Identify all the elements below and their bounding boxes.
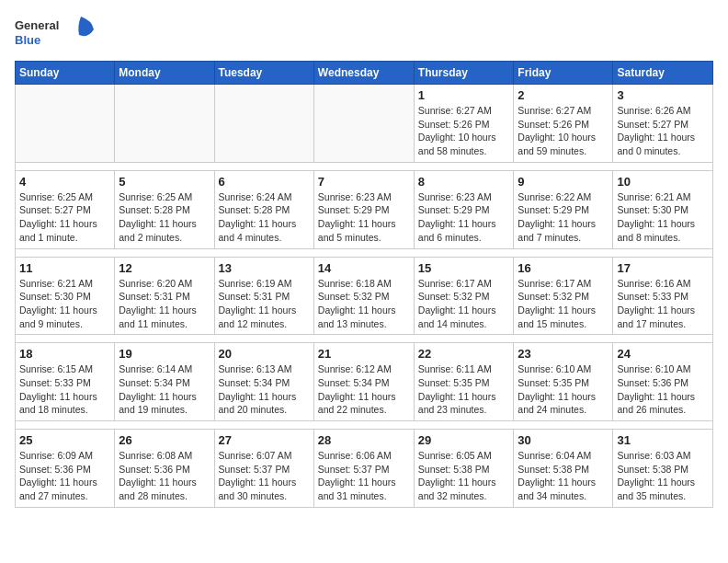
logo: General Blue bbox=[15, 15, 97, 52]
svg-text:Blue: Blue bbox=[15, 33, 40, 47]
day-number: 11 bbox=[19, 261, 110, 275]
calendar-cell: 24Sunrise: 6:10 AMSunset: 5:36 PMDayligh… bbox=[613, 343, 713, 421]
day-number: 18 bbox=[19, 347, 110, 361]
calendar-cell: 15Sunrise: 6:17 AMSunset: 5:32 PMDayligh… bbox=[414, 257, 514, 335]
day-number: 4 bbox=[19, 175, 110, 189]
calendar-cell: 5Sunrise: 6:25 AMSunset: 5:28 PMDaylight… bbox=[115, 170, 214, 248]
weekday-header-friday: Friday bbox=[514, 62, 613, 85]
svg-text:General: General bbox=[15, 18, 59, 32]
calendar-week-4: 18Sunrise: 6:15 AMSunset: 5:33 PMDayligh… bbox=[16, 343, 713, 421]
day-number: 16 bbox=[518, 261, 609, 275]
day-number: 1 bbox=[418, 88, 510, 102]
day-info: Sunrise: 6:18 AMSunset: 5:32 PMDaylight:… bbox=[318, 277, 410, 331]
day-number: 31 bbox=[617, 433, 709, 447]
calendar-cell: 8Sunrise: 6:23 AMSunset: 5:29 PMDaylight… bbox=[414, 170, 514, 248]
day-info: Sunrise: 6:12 AMSunset: 5:34 PMDaylight:… bbox=[318, 362, 410, 417]
calendar-week-2: 4Sunrise: 6:25 AMSunset: 5:27 PMDaylight… bbox=[16, 170, 713, 248]
calendar-cell: 26Sunrise: 6:08 AMSunset: 5:36 PMDayligh… bbox=[115, 430, 214, 508]
calendar-cell: 13Sunrise: 6:19 AMSunset: 5:31 PMDayligh… bbox=[214, 257, 313, 335]
day-info: Sunrise: 6:15 AMSunset: 5:33 PMDaylight:… bbox=[19, 362, 110, 417]
weekday-header-tuesday: Tuesday bbox=[214, 62, 313, 85]
day-number: 28 bbox=[318, 433, 410, 447]
day-number: 24 bbox=[617, 347, 709, 361]
calendar-cell: 4Sunrise: 6:25 AMSunset: 5:27 PMDaylight… bbox=[16, 170, 115, 248]
weekday-header-monday: Monday bbox=[115, 62, 214, 85]
calendar-cell: 10Sunrise: 6:21 AMSunset: 5:30 PMDayligh… bbox=[613, 170, 713, 248]
calendar-cell: 29Sunrise: 6:05 AMSunset: 5:38 PMDayligh… bbox=[414, 430, 514, 508]
day-number: 21 bbox=[318, 347, 410, 361]
day-info: Sunrise: 6:03 AMSunset: 5:38 PMDaylight:… bbox=[617, 449, 709, 503]
day-number: 30 bbox=[518, 433, 609, 447]
day-number: 15 bbox=[418, 261, 510, 275]
day-number: 14 bbox=[318, 261, 410, 275]
calendar-week-3: 11Sunrise: 6:21 AMSunset: 5:30 PMDayligh… bbox=[16, 257, 713, 335]
day-number: 6 bbox=[219, 175, 310, 189]
weekday-header-sunday: Sunday bbox=[16, 62, 115, 85]
weekday-header-thursday: Thursday bbox=[414, 62, 514, 85]
day-number: 13 bbox=[219, 261, 310, 275]
day-info: Sunrise: 6:21 AMSunset: 5:30 PMDaylight:… bbox=[19, 277, 110, 331]
calendar-cell: 27Sunrise: 6:07 AMSunset: 5:37 PMDayligh… bbox=[214, 430, 313, 508]
day-number: 27 bbox=[219, 433, 310, 447]
calendar-cell: 21Sunrise: 6:12 AMSunset: 5:34 PMDayligh… bbox=[313, 343, 414, 421]
calendar-week-5: 25Sunrise: 6:09 AMSunset: 5:36 PMDayligh… bbox=[16, 430, 713, 508]
calendar-cell bbox=[115, 85, 214, 163]
day-info: Sunrise: 6:08 AMSunset: 5:36 PMDaylight:… bbox=[119, 449, 210, 503]
calendar-cell: 9Sunrise: 6:22 AMSunset: 5:29 PMDaylight… bbox=[514, 170, 613, 248]
day-number: 10 bbox=[617, 175, 709, 189]
calendar-cell: 28Sunrise: 6:06 AMSunset: 5:37 PMDayligh… bbox=[313, 430, 414, 508]
day-info: Sunrise: 6:20 AMSunset: 5:31 PMDaylight:… bbox=[119, 277, 210, 331]
calendar-cell: 11Sunrise: 6:21 AMSunset: 5:30 PMDayligh… bbox=[16, 257, 115, 335]
day-info: Sunrise: 6:19 AMSunset: 5:31 PMDaylight:… bbox=[219, 277, 310, 331]
calendar-cell: 20Sunrise: 6:13 AMSunset: 5:34 PMDayligh… bbox=[214, 343, 313, 421]
day-info: Sunrise: 6:07 AMSunset: 5:37 PMDaylight:… bbox=[219, 449, 310, 503]
day-info: Sunrise: 6:27 AMSunset: 5:26 PMDaylight:… bbox=[518, 104, 609, 158]
day-number: 22 bbox=[418, 347, 510, 361]
page-header: General Blue bbox=[15, 15, 713, 52]
day-number: 25 bbox=[19, 433, 110, 447]
calendar-table: SundayMondayTuesdayWednesdayThursdayFrid… bbox=[15, 61, 713, 508]
day-number: 12 bbox=[119, 261, 210, 275]
day-info: Sunrise: 6:21 AMSunset: 5:30 PMDaylight:… bbox=[617, 190, 709, 245]
calendar-cell bbox=[214, 85, 313, 163]
day-info: Sunrise: 6:26 AMSunset: 5:27 PMDaylight:… bbox=[617, 104, 709, 158]
day-info: Sunrise: 6:05 AMSunset: 5:38 PMDaylight:… bbox=[418, 449, 510, 503]
calendar-cell: 16Sunrise: 6:17 AMSunset: 5:32 PMDayligh… bbox=[514, 257, 613, 335]
day-info: Sunrise: 6:16 AMSunset: 5:33 PMDaylight:… bbox=[617, 277, 709, 331]
day-number: 23 bbox=[518, 347, 609, 361]
day-info: Sunrise: 6:13 AMSunset: 5:34 PMDaylight:… bbox=[219, 362, 310, 417]
day-number: 26 bbox=[119, 433, 210, 447]
week-spacer bbox=[16, 335, 713, 343]
weekday-header-row: SundayMondayTuesdayWednesdayThursdayFrid… bbox=[16, 62, 713, 85]
day-number: 29 bbox=[418, 433, 510, 447]
day-number: 3 bbox=[617, 88, 709, 102]
day-info: Sunrise: 6:17 AMSunset: 5:32 PMDaylight:… bbox=[518, 277, 609, 331]
day-info: Sunrise: 6:06 AMSunset: 5:37 PMDaylight:… bbox=[318, 449, 410, 503]
weekday-header-wednesday: Wednesday bbox=[313, 62, 414, 85]
calendar-cell: 17Sunrise: 6:16 AMSunset: 5:33 PMDayligh… bbox=[613, 257, 713, 335]
calendar-cell: 23Sunrise: 6:10 AMSunset: 5:35 PMDayligh… bbox=[514, 343, 613, 421]
day-info: Sunrise: 6:24 AMSunset: 5:28 PMDaylight:… bbox=[219, 190, 310, 245]
day-info: Sunrise: 6:25 AMSunset: 5:27 PMDaylight:… bbox=[19, 190, 110, 245]
calendar-cell: 31Sunrise: 6:03 AMSunset: 5:38 PMDayligh… bbox=[613, 430, 713, 508]
calendar-cell: 2Sunrise: 6:27 AMSunset: 5:26 PMDaylight… bbox=[514, 85, 613, 163]
calendar-cell: 14Sunrise: 6:18 AMSunset: 5:32 PMDayligh… bbox=[313, 257, 414, 335]
day-info: Sunrise: 6:14 AMSunset: 5:34 PMDaylight:… bbox=[119, 362, 210, 417]
day-info: Sunrise: 6:09 AMSunset: 5:36 PMDaylight:… bbox=[19, 449, 110, 503]
calendar-cell: 7Sunrise: 6:23 AMSunset: 5:29 PMDaylight… bbox=[313, 170, 414, 248]
day-number: 19 bbox=[119, 347, 210, 361]
calendar-cell: 30Sunrise: 6:04 AMSunset: 5:38 PMDayligh… bbox=[514, 430, 613, 508]
day-info: Sunrise: 6:23 AMSunset: 5:29 PMDaylight:… bbox=[418, 190, 510, 245]
calendar-cell: 6Sunrise: 6:24 AMSunset: 5:28 PMDaylight… bbox=[214, 170, 313, 248]
day-info: Sunrise: 6:27 AMSunset: 5:26 PMDaylight:… bbox=[418, 104, 510, 158]
day-info: Sunrise: 6:04 AMSunset: 5:38 PMDaylight:… bbox=[518, 449, 609, 503]
calendar-cell: 19Sunrise: 6:14 AMSunset: 5:34 PMDayligh… bbox=[115, 343, 214, 421]
week-spacer bbox=[16, 421, 713, 430]
day-number: 5 bbox=[119, 175, 210, 189]
week-spacer bbox=[16, 162, 713, 170]
day-number: 9 bbox=[518, 175, 609, 189]
week-spacer bbox=[16, 248, 713, 257]
day-number: 7 bbox=[318, 175, 410, 189]
day-info: Sunrise: 6:10 AMSunset: 5:35 PMDaylight:… bbox=[518, 362, 609, 417]
calendar-cell: 22Sunrise: 6:11 AMSunset: 5:35 PMDayligh… bbox=[414, 343, 514, 421]
